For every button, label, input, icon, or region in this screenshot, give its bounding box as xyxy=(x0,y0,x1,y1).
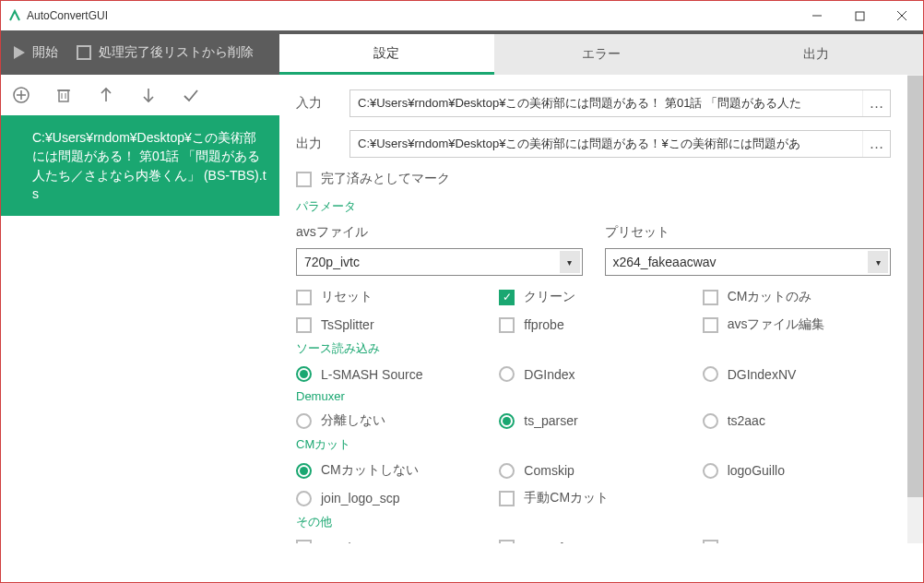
comskip-label: Comskip xyxy=(524,463,574,478)
play-icon[interactable] xyxy=(12,45,27,60)
remove-after-checkbox[interactable] xyxy=(77,45,91,60)
scrollbar[interactable] xyxy=(907,75,923,543)
dgindexnv-radio[interactable] xyxy=(703,366,718,382)
cmcut-title: CMカット xyxy=(296,436,891,453)
tssplitter-checkbox[interactable] xyxy=(296,317,312,333)
params-title: パラメータ xyxy=(296,198,891,215)
mark-done-checkbox[interactable] xyxy=(296,172,312,187)
autovfr-label: AutoVfr xyxy=(524,541,567,544)
lsmash-radio[interactable] xyxy=(296,366,312,382)
ts2aac-radio[interactable] xyxy=(703,413,718,429)
autovfr-checkbox[interactable] xyxy=(499,540,515,543)
output-field[interactable]: C:¥Users¥rndom¥Desktop¥この美術部には問題がある！¥この美… xyxy=(350,136,862,152)
other-title: その他 xyxy=(296,514,891,530)
avs-edit-checkbox[interactable] xyxy=(703,317,718,333)
output-label: 出力 xyxy=(296,136,338,152)
clean-checkbox[interactable]: ✓ xyxy=(499,290,515,305)
tsparser-radio[interactable] xyxy=(499,413,515,429)
remove-after-label: 処理完了後リストから削除 xyxy=(99,44,254,61)
move-up-button[interactable] xyxy=(97,86,115,104)
preset-label: プリセット xyxy=(605,224,892,241)
caption2ass-checkbox[interactable] xyxy=(296,540,312,543)
manual-cmcut-label: 手動CMカット xyxy=(524,490,609,506)
svg-rect-1 xyxy=(856,12,864,20)
eraselogo-checkbox[interactable] xyxy=(703,540,718,543)
ffprobe-checkbox[interactable] xyxy=(499,317,515,333)
joinlogoscp-label: join_logo_scp xyxy=(321,491,400,506)
demux-none-label: 分離しない xyxy=(321,412,385,429)
file-list-item[interactable]: C:¥Users¥rndom¥Desktop¥この美術部には問題がある！ 第01… xyxy=(1,115,279,216)
cmcut-only-checkbox[interactable] xyxy=(703,290,718,305)
input-browse-button[interactable]: … xyxy=(862,90,890,116)
dgindexnv-label: DGIndexNV xyxy=(728,367,797,382)
logoguillo-label: logoGuillo xyxy=(728,463,785,478)
tab-error[interactable]: エラー xyxy=(494,34,709,75)
move-down-button[interactable] xyxy=(139,86,158,104)
reset-checkbox[interactable] xyxy=(296,290,312,305)
cmcut-none-radio[interactable] xyxy=(296,463,312,479)
source-title: ソース読み込み xyxy=(296,340,891,357)
window-title: AutoConvertGUI xyxy=(27,9,796,22)
tsparser-label: ts_parser xyxy=(524,413,577,428)
demuxer-title: Demuxer xyxy=(296,389,891,403)
dgindex-label: DGIndex xyxy=(524,367,575,382)
app-icon xyxy=(8,9,21,22)
delete-button[interactable] xyxy=(54,86,73,104)
output-browse-button[interactable]: … xyxy=(862,131,890,157)
start-button[interactable]: 開始 xyxy=(32,44,58,61)
mark-done-label: 完了済みとしてマーク xyxy=(321,171,450,187)
cmcut-none-label: CMカットしない xyxy=(321,462,419,479)
close-button[interactable] xyxy=(881,1,923,30)
logoguillo-radio[interactable] xyxy=(703,463,718,479)
avs-edit-label: avsファイル編集 xyxy=(728,316,825,333)
chevron-down-icon: ▾ xyxy=(868,251,888,273)
tssplitter-label: TsSplitter xyxy=(321,317,374,332)
avs-label: avsファイル xyxy=(296,224,583,241)
preset-value: x264_fakeaacwav xyxy=(613,255,717,269)
reset-label: リセット xyxy=(321,289,373,305)
clean-label: クリーン xyxy=(524,289,575,305)
add-button[interactable] xyxy=(12,86,30,104)
maximize-button[interactable] xyxy=(838,1,881,30)
joinlogoscp-radio[interactable] xyxy=(296,491,312,506)
svg-rect-8 xyxy=(59,90,68,101)
comskip-radio[interactable] xyxy=(499,463,515,479)
avs-value: 720p_ivtc xyxy=(304,255,360,269)
eraselogo-label: EraseLOGO xyxy=(728,541,799,544)
ffprobe-label: ffprobe xyxy=(524,317,563,332)
accept-button[interactable] xyxy=(182,86,200,104)
demux-none-radio[interactable] xyxy=(296,413,312,429)
lsmash-label: L-SMASH Source xyxy=(321,367,422,382)
preset-select[interactable]: x264_fakeaacwav ▾ xyxy=(605,248,892,276)
minimize-button[interactable] xyxy=(796,1,838,30)
tab-output[interactable]: 出力 xyxy=(708,34,923,75)
ts2aac-label: ts2aac xyxy=(728,413,765,428)
avs-select[interactable]: 720p_ivtc ▾ xyxy=(296,248,583,276)
cmcut-only-label: CMカットのみ xyxy=(728,289,812,305)
svg-marker-4 xyxy=(14,46,25,59)
input-label: 入力 xyxy=(296,95,338,112)
tab-settings[interactable]: 設定 xyxy=(279,34,494,75)
manual-cmcut-checkbox[interactable] xyxy=(499,491,515,506)
chevron-down-icon: ▾ xyxy=(560,251,580,273)
input-field[interactable]: C:¥Users¥rndom¥Desktop¥この美術部には問題がある！ 第01… xyxy=(350,95,862,112)
caption2ass-label: Caption2Ass xyxy=(321,541,394,544)
dgindex-radio[interactable] xyxy=(499,366,515,382)
